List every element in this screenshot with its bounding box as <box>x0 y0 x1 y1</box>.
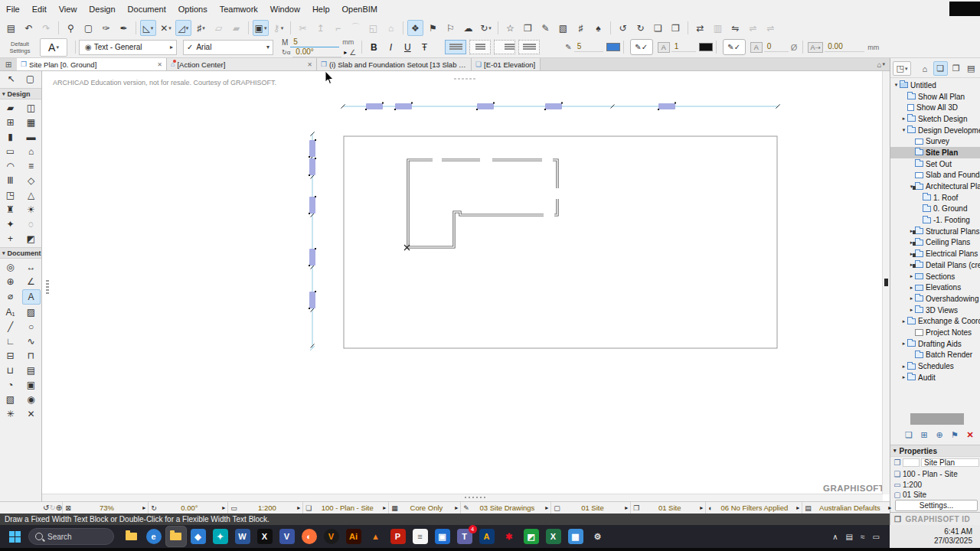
expander-icon[interactable]: ▸ <box>900 364 907 370</box>
menu-teamwork[interactable]: Teamwork <box>214 0 264 19</box>
orientation-control[interactable]: ↻0.00°▸ <box>148 502 227 514</box>
align-right-button[interactable] <box>494 40 515 54</box>
nav-item-3d-views[interactable]: ▸3D Views <box>890 305 980 316</box>
expander-icon[interactable]: ▸ <box>900 374 907 380</box>
railing-tool-button[interactable]: Ⅲ <box>2 174 19 187</box>
morph-tool-button[interactable]: ◇ <box>23 174 40 187</box>
nav-item-elevations[interactable]: ▸Elevations <box>890 282 980 293</box>
taskbar-clock[interactable]: 6:41 AM 27/03/2025 <box>890 525 980 548</box>
door-tool-button[interactable]: ◫ <box>23 101 40 115</box>
radial-dimension-tool-button[interactable]: ⌀ <box>2 289 19 303</box>
menu-document[interactable]: Document <box>122 0 172 19</box>
text-pen-field[interactable]: 5 <box>574 42 603 52</box>
expander-icon[interactable]: ▸ <box>908 295 915 302</box>
save-button[interactable]: ▤ <box>3 20 19 36</box>
nav-item-show-all-3d[interactable]: Show All 3D <box>890 102 980 113</box>
expander-icon[interactable]: ▸ <box>900 341 907 347</box>
xref-manager-button[interactable]: ❏ <box>650 20 666 36</box>
chevron-down-icon[interactable]: ▾ <box>56 44 59 51</box>
nav-item-batch-render[interactable]: Batch Render <box>890 350 980 361</box>
layout-book-button[interactable]: ❐ <box>949 62 962 75</box>
circle-tool-button[interactable]: ○ <box>23 320 40 334</box>
frame-pen-field[interactable]: 1 <box>671 42 696 52</box>
taskbar-traffic-cone-app[interactable]: ▲ <box>366 527 386 546</box>
erase-guide-lines-dropdown[interactable]: ▾ <box>168 25 172 31</box>
favorites-button[interactable]: ☆ <box>502 20 518 36</box>
polyline-tool-button[interactable]: ∟ <box>2 334 19 348</box>
axis-tool-button[interactable]: ✕ <box>23 407 40 421</box>
quick-layout-icon[interactable]: ⌂ <box>877 60 881 69</box>
nav-item-1-footing[interactable]: -1. Footing <box>890 214 980 226</box>
level-dimension-tool-button[interactable]: ⊕ <box>2 275 19 289</box>
chevron-right-icon[interactable]: ▸ <box>796 504 799 511</box>
frame-pen-toggle-button[interactable]: ✎✓ <box>630 39 653 55</box>
snap-guides-button[interactable]: ◿▾ <box>175 20 191 36</box>
italic-button[interactable]: I <box>382 40 399 54</box>
taskbar-teams[interactable]: T4 <box>455 527 475 546</box>
spline-tool-button[interactable]: ∿ <box>23 334 40 348</box>
nav-item-detail-plans-create-de[interactable]: ▸Detail Plans (create de <box>890 259 980 271</box>
fill-pen-field[interactable]: 0 <box>764 42 789 52</box>
snap-guides-dropdown[interactable]: ▾ <box>186 25 189 31</box>
font-combo[interactable]: ✓ Arial ▾ <box>183 40 273 55</box>
view-id-field[interactable] <box>903 458 920 467</box>
snap-grid-button[interactable]: ♯▾ <box>193 20 209 36</box>
taskbar-asterisk-app[interactable]: ✱ <box>499 527 519 546</box>
chevron-right-icon[interactable]: ▸ <box>888 504 891 511</box>
chevron-right-icon[interactable]: ▸ <box>700 504 703 511</box>
taskbar-firefox[interactable]: ◐ <box>299 527 319 546</box>
renovation-filter-control[interactable]: ❐01 Site▸ <box>630 502 705 514</box>
text-favorites-button[interactable]: A ▾ <box>40 38 67 57</box>
text-size-field[interactable]: 5 <box>290 37 339 47</box>
hotlink-update-button[interactable]: ↺ <box>615 20 631 36</box>
partial-structure-control[interactable]: ▦Core Only▸ <box>388 502 460 514</box>
arrow-tool-button[interactable]: ↖ <box>3 72 20 86</box>
view-name-field[interactable]: Site Plan <box>921 458 979 467</box>
panel-resize-grip[interactable] <box>46 280 49 294</box>
taskbar-app-teal[interactable]: ✦ <box>211 527 230 546</box>
expander-icon[interactable]: ▸ <box>900 116 907 122</box>
mesh-tool-button[interactable]: △ <box>23 188 40 202</box>
pick-up-parameters-button[interactable]: ✑ <box>98 20 114 36</box>
markup-flag-button[interactable]: ⚑ <box>425 20 441 36</box>
chevron-right-icon[interactable]: ▸ <box>344 49 347 56</box>
slab-tool-button[interactable]: ▭ <box>2 145 19 158</box>
frame-pen-color-chip[interactable] <box>699 43 713 51</box>
expander-icon[interactable]: ▸ <box>900 318 907 324</box>
text-angle-field[interactable]: 0.00° <box>292 47 341 57</box>
scale-row[interactable]: ▭ 1:200 <box>892 479 979 490</box>
window-tool-button[interactable]: ⊞ <box>2 116 19 129</box>
taskbar-edge-browser[interactable]: e <box>144 527 164 546</box>
renovation-brush-button[interactable]: ✎ <box>537 20 554 36</box>
taskbar-notes-doc[interactable]: ≡ <box>410 527 430 546</box>
classification-button[interactable]: ♯ <box>573 20 589 36</box>
align-left-button[interactable] <box>445 40 466 54</box>
tab-overview-button[interactable]: ⊞ <box>0 58 17 70</box>
expander-icon[interactable]: ▸ <box>908 285 915 291</box>
issue-add-button[interactable]: ⇋ <box>727 20 743 36</box>
menu-edit[interactable]: Edit <box>26 0 53 19</box>
menu-openbim[interactable]: OpenBIM <box>336 0 384 19</box>
taskbar-settings-app[interactable]: ⚙ <box>588 527 608 546</box>
dimension-tool-button[interactable]: ↔ <box>23 260 40 274</box>
chevron-right-icon[interactable]: ▸ <box>545 504 548 511</box>
tab-e-01-elevation[interactable]: ❏[E-01 Elevation] <box>472 58 541 70</box>
undo-button[interactable]: ↶ <box>21 20 37 36</box>
roof-tool-button[interactable]: ⌂ <box>23 145 40 158</box>
tab-action-center[interactable]: ⌂[Action Center]✕ <box>167 58 317 70</box>
expander-icon[interactable]: ▾ <box>900 127 907 133</box>
nav-item-structural-plans[interactable]: ▸Structural Plans <box>890 226 980 237</box>
shell-tool-button[interactable]: ◠ <box>2 159 19 173</box>
drawing-canvas[interactable]: ARCHICAD Education version, not for resa… <box>42 71 890 501</box>
model-view-options-control[interactable]: ▢01 Site▸ <box>550 502 630 514</box>
chevron-right-icon[interactable]: ▸ <box>142 504 145 511</box>
nav-item-sketch-design[interactable]: ▸Sketch Design <box>890 113 980 125</box>
interior-elevation-tool-button[interactable]: ⊔ <box>2 364 19 377</box>
element-information-button[interactable]: ⚐ <box>443 20 459 36</box>
close-icon[interactable]: ✕ <box>307 61 312 68</box>
taskbar-illustrator[interactable]: Ai <box>344 527 364 546</box>
layer-combination-row[interactable]: ❏ 100 - Plan - Site <box>892 468 979 479</box>
graphisoft-id-bar[interactable]: ❐ GRAPHISOFT ID <box>890 512 980 526</box>
nav-item-ceiling-plans[interactable]: ▸Ceiling Plans <box>890 237 980 249</box>
nav-item-project-notes[interactable]: Project Notes <box>890 327 980 338</box>
